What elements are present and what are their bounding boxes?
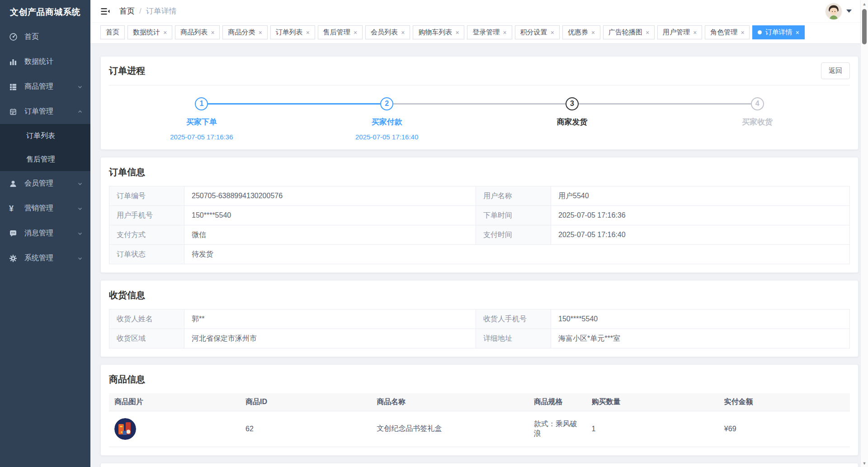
close-icon[interactable]: × xyxy=(591,29,595,36)
column-header: 商品规格 xyxy=(528,393,586,411)
sidebar-item-label: 订单列表 xyxy=(26,132,55,139)
back-button[interactable]: 返回 xyxy=(821,62,850,79)
close-icon[interactable]: × xyxy=(258,29,262,36)
field-label: 订单编号 xyxy=(109,186,184,206)
tab-member-list[interactable]: 会员列表× xyxy=(365,25,410,39)
tab-label: 会员列表 xyxy=(371,28,398,37)
order-steps: 1 买家下单 2025-07-05 17:16:36 2 买家付款 2025-0… xyxy=(109,86,850,141)
step-circle: 2 xyxy=(380,97,393,110)
column-header: 商品ID xyxy=(240,393,371,411)
collapse-menu-icon[interactable] xyxy=(100,6,110,16)
tab-order-detail[interactable]: 订单详情× xyxy=(752,25,804,39)
breadcrumb-current: 订单详情 xyxy=(146,6,177,16)
scrollbar-thumb[interactable] xyxy=(862,9,867,44)
field-label: 用户名称 xyxy=(476,186,551,206)
close-icon[interactable]: × xyxy=(503,29,506,36)
sidebar-item-messages[interactable]: 消息管理 xyxy=(0,221,90,246)
section-title-product-info: 商品信息 xyxy=(109,365,850,393)
close-icon[interactable]: × xyxy=(306,29,310,36)
payment-method-value: 微信 xyxy=(184,225,476,245)
product-spec-value: 款式：乘风破浪 xyxy=(528,411,586,447)
tab-label: 售后管理 xyxy=(323,28,350,37)
close-icon[interactable]: × xyxy=(693,29,697,36)
sidebar-item-label: 会员管理 xyxy=(24,179,77,188)
tab-order-list[interactable]: 订单列表× xyxy=(270,25,315,39)
product-name-value: 文创纪念品书签礼盒 xyxy=(371,411,528,447)
sidebar-menu: 首页 数据统计 商品管理 订单管理 订单列表 售后管理 xyxy=(0,24,90,271)
address-value: 海富小区*单元***室 xyxy=(551,329,850,348)
table-row: 订单编号 250705-6388994130200576 用户名称 用户5540 xyxy=(109,186,850,206)
section-title-order-progress: 订单进程 xyxy=(109,65,145,77)
sidebar-item-home[interactable]: 首页 xyxy=(0,24,90,49)
close-icon[interactable]: × xyxy=(741,29,744,36)
product-info-card: 商品信息 商品图片 商品ID 商品名称 商品规格 购买数量 实付金额 xyxy=(100,364,859,456)
table-row: 收货区域 河北省保定市涿州市 详细地址 海富小区*单元***室 xyxy=(109,329,850,348)
close-icon[interactable]: × xyxy=(401,29,405,36)
page-content: 订单进程 返回 1 买家下单 2025-07-05 17:16:36 2 买家付… xyxy=(90,44,868,467)
user-icon xyxy=(9,179,19,188)
close-icon[interactable]: × xyxy=(163,29,167,36)
sidebar-item-label: 系统管理 xyxy=(24,253,77,263)
sidebar-item-products[interactable]: 商品管理 xyxy=(0,74,90,99)
sidebar-item-label: 商品管理 xyxy=(24,82,77,91)
sidebar-item-members[interactable]: 会员管理 xyxy=(0,171,90,196)
step-circle: 4 xyxy=(751,97,764,110)
sidebar-item-orders[interactable]: 订单管理 xyxy=(0,99,90,124)
table-row: 收货人姓名 郭** 收货人手机号 150****5540 xyxy=(109,310,850,329)
sidebar-item-stats[interactable]: 数据统计 xyxy=(0,49,90,74)
tab-points-settings[interactable]: 积分设置× xyxy=(515,25,560,39)
tab-product-category[interactable]: 商品分类× xyxy=(222,25,267,39)
step-time xyxy=(665,133,850,141)
product-qty-value: 1 xyxy=(586,411,718,447)
scrollbar[interactable]: ▲ ▼ xyxy=(860,0,868,467)
close-icon[interactable]: × xyxy=(455,29,459,36)
step-buyer-order: 1 买家下单 2025-07-05 17:16:36 xyxy=(109,97,294,141)
close-icon[interactable]: × xyxy=(646,29,649,36)
tab-label: 登录管理 xyxy=(472,28,500,37)
step-circle: 1 xyxy=(195,97,208,110)
tab-label: 广告轮播图 xyxy=(609,28,642,37)
step-merchant-ship: 3 商家发货 xyxy=(480,97,665,141)
tab-cart-list[interactable]: 购物车列表× xyxy=(413,25,464,39)
close-icon[interactable]: × xyxy=(211,29,214,36)
tab-coupon[interactable]: 优惠券× xyxy=(562,25,600,39)
breadcrumb: 首页 / 订单详情 xyxy=(119,6,177,16)
payment-time-value: 2025-07-05 17:16:40 xyxy=(551,225,850,245)
field-label: 详细地址 xyxy=(476,329,551,348)
close-icon[interactable]: × xyxy=(551,29,554,36)
tab-aftersale[interactable]: 售后管理× xyxy=(318,25,363,39)
tab-user-management[interactable]: 用户管理× xyxy=(657,25,702,39)
close-icon[interactable]: × xyxy=(354,29,357,36)
scroll-up-arrow[interactable]: ▲ xyxy=(861,0,868,8)
tab-bar: 首页 数据统计× 商品列表× 商品分类× 订单列表× 售后管理× 会员列表× 购… xyxy=(90,23,868,44)
scroll-down-arrow[interactable]: ▼ xyxy=(861,459,868,467)
sidebar-item-marketing[interactable]: ¥ 营销管理 xyxy=(0,196,90,221)
tab-label: 用户管理 xyxy=(663,28,690,37)
sidebar-item-aftersale[interactable]: 售后管理 xyxy=(0,148,90,171)
avatar[interactable] xyxy=(826,3,842,19)
column-header: 商品名称 xyxy=(371,393,528,411)
sidebar-item-system[interactable]: 系统管理 xyxy=(0,246,90,271)
user-menu xyxy=(826,3,859,19)
tab-role-management[interactable]: 角色管理× xyxy=(705,25,750,39)
order-info-table: 订单编号 250705-6388994130200576 用户名称 用户5540… xyxy=(109,186,850,264)
tab-home[interactable]: 首页 xyxy=(100,25,125,39)
app-title: 文创产品商城系统 xyxy=(0,0,90,24)
product-table: 商品图片 商品ID 商品名称 商品规格 购买数量 实付金额 62 文创纪念品书 xyxy=(109,393,850,447)
step-label: 买家收货 xyxy=(665,117,850,127)
tab-login-management[interactable]: 登录管理× xyxy=(467,25,512,39)
product-image[interactable] xyxy=(114,418,136,440)
tab-product-list[interactable]: 商品列表× xyxy=(175,25,220,39)
column-header: 购买数量 xyxy=(586,393,718,411)
field-label: 收货区域 xyxy=(109,329,184,348)
close-icon[interactable]: × xyxy=(795,29,799,36)
chevron-down-icon[interactable] xyxy=(846,10,852,13)
sidebar-item-order-list[interactable]: 订单列表 xyxy=(0,124,90,148)
tab-label: 角色管理 xyxy=(710,28,737,37)
tab-ad-carousel[interactable]: 广告轮播图× xyxy=(603,25,655,39)
chevron-down-icon xyxy=(77,230,83,237)
order-form-icon xyxy=(9,107,19,116)
sidebar-submenu-orders: 订单列表 售后管理 xyxy=(0,124,90,171)
breadcrumb-home[interactable]: 首页 xyxy=(119,6,135,16)
tab-data-stats[interactable]: 数据统计× xyxy=(127,25,172,39)
